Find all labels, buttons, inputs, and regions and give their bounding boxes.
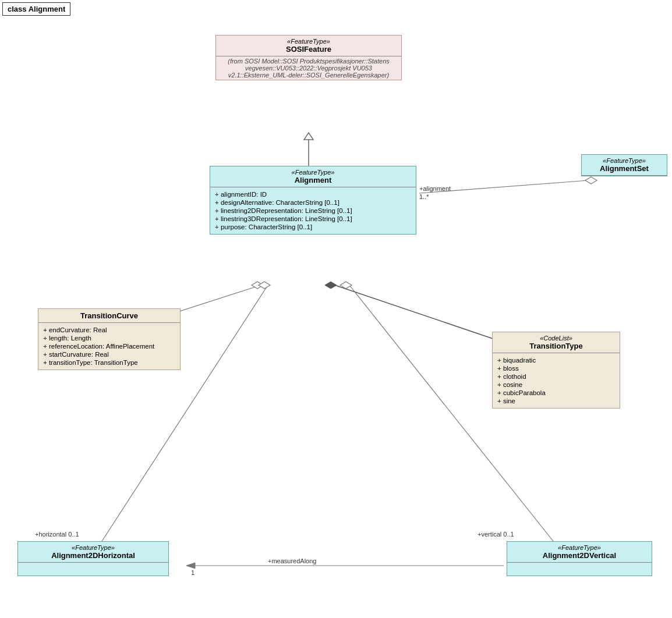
attr-transtype: + transitionType: TransitionType	[43, 359, 175, 366]
alignment2dv-header: «FeatureType» Alignment2DVertical	[507, 542, 652, 563]
sosi-feature-note: (from SOSI Model::SOSI Produktspesifikas…	[216, 56, 401, 80]
attr-purpose: + purpose: CharacterString [0..1]	[215, 223, 411, 230]
alignment2dh-box: «FeatureType» Alignment2DHorizontal	[17, 541, 169, 576]
transitioncurve-attributes: + endCurvature: Real + length: Length + …	[38, 323, 180, 370]
multiplicity-1star: 1..*	[419, 193, 429, 200]
attr-linestring2d: + linestring2DRepresentation: LineString…	[215, 207, 411, 214]
transitioncurve-box: TransitionCurve + endCurvature: Real + l…	[38, 308, 181, 370]
alignment-stereotype: «FeatureType»	[215, 169, 411, 176]
alignmentset-stereotype: «FeatureType»	[586, 157, 662, 164]
attr-linestring3d: + linestring3DRepresentation: LineString…	[215, 215, 411, 222]
alignment-box: «FeatureType» Alignment + alignmentID: I…	[210, 166, 416, 235]
alignment2dv-stereotype: «FeatureType»	[512, 544, 647, 551]
svg-marker-9	[259, 282, 270, 289]
sosi-feature-header: «FeatureType» SOSIFeature	[216, 35, 401, 56]
transitiontype-attributes: + biquadratic + bloss + clothoid + cosin…	[493, 353, 620, 408]
alignment2dv-box: «FeatureType» Alignment2DVertical	[507, 541, 652, 576]
measured-label: +measuredAlong	[268, 557, 316, 564]
alignmentset-classname: AlignmentSet	[586, 164, 662, 173]
attr-clothoid: + clothoid	[497, 373, 615, 380]
attr-refloc: + referenceLocation: AffinePlacement	[43, 343, 175, 350]
svg-line-10	[349, 285, 553, 541]
sosi-feature-box: «FeatureType» SOSIFeature (from SOSI Mod…	[215, 35, 402, 80]
attr-designalt: + designAlternative: CharacterString [0.…	[215, 199, 411, 206]
measured-mult: 1	[191, 569, 194, 576]
alignment2dv-classname: Alignment2DVertical	[512, 551, 647, 560]
transitiontype-classname: TransitionType	[497, 342, 615, 350]
svg-marker-1	[304, 133, 313, 140]
svg-marker-5	[252, 282, 263, 289]
attr-biquad: + biquadratic	[497, 357, 615, 364]
alignment-label: +alignment	[419, 185, 451, 192]
attr-alignmentid: + alignmentID: ID	[215, 191, 411, 198]
transitioncurve-header: TransitionCurve	[38, 309, 180, 323]
alignmentset-box: «FeatureType» AlignmentSet	[581, 154, 667, 176]
vertical-label: +vertical 0..1	[478, 531, 514, 538]
attr-length: + length: Length	[43, 335, 175, 342]
sosi-feature-stereotype: «FeatureType»	[221, 38, 397, 45]
svg-marker-13	[186, 563, 195, 569]
transitioncurve-classname: TransitionCurve	[43, 311, 175, 320]
alignment2dh-classname: Alignment2DHorizontal	[23, 551, 164, 560]
svg-line-6	[335, 285, 507, 343]
attr-endcurv: + endCurvature: Real	[43, 326, 175, 333]
sosi-feature-classname: SOSIFeature	[221, 45, 397, 54]
attr-cosine: + cosine	[497, 381, 615, 388]
transitiontype-box: «CodeList» TransitionType + biquadratic …	[492, 332, 620, 409]
attr-startcurv: + startCurvature: Real	[43, 351, 175, 358]
svg-marker-3	[585, 177, 597, 184]
svg-marker-11	[340, 282, 352, 289]
transitiontype-header: «CodeList» TransitionType	[493, 332, 620, 353]
diagram-container: class Alignment	[0, 0, 672, 618]
alignmentset-header: «FeatureType» AlignmentSet	[582, 155, 667, 176]
diagram-title: class Alignment	[2, 2, 70, 16]
alignment-header: «FeatureType» Alignment	[210, 166, 416, 187]
alignment2dh-header: «FeatureType» Alignment2DHorizontal	[18, 542, 168, 563]
svg-marker-7	[325, 282, 337, 289]
transitiontype-stereotype: «CodeList»	[497, 335, 615, 342]
alignment-classname: Alignment	[215, 176, 411, 184]
horizontal-label: +horizontal 0..1	[35, 531, 79, 538]
attr-cubicpara: + cubicParabola	[497, 389, 615, 396]
alignment2dh-stereotype: «FeatureType»	[23, 544, 164, 551]
attr-bloss: + bloss	[497, 365, 615, 372]
attr-sine: + sine	[497, 397, 615, 404]
alignment-attributes: + alignmentID: ID + designAlternative: C…	[210, 187, 416, 234]
